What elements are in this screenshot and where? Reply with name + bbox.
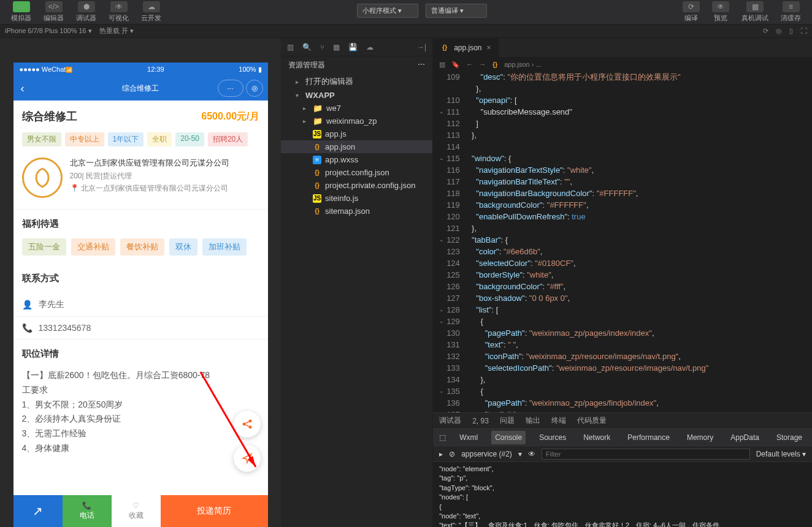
capsule-menu[interactable]: ···: [218, 80, 243, 97]
simulator-button[interactable]: ▭模拟器: [5, 0, 37, 24]
submit-resume-button[interactable]: 投递简历: [161, 495, 268, 527]
file-item[interactable]: ≡app.wxss: [281, 153, 432, 166]
files-icon[interactable]: ▥: [287, 43, 294, 51]
inspect-icon[interactable]: ⬚: [439, 433, 446, 442]
compile-button[interactable]: ⟳编译: [676, 0, 706, 24]
json-file-icon: {}: [313, 169, 321, 177]
editor-tab[interactable]: {}app.json×: [433, 38, 498, 57]
split-icon[interactable]: ▥: [439, 61, 445, 69]
debug-tab[interactable]: 调试器: [439, 415, 461, 426]
sources-tab[interactable]: Sources: [535, 431, 570, 444]
file-item[interactable]: {}project.config.json: [281, 166, 432, 179]
debug-tab[interactable]: 输出: [526, 415, 540, 426]
opened-editors-section[interactable]: ▸打开的编辑器: [281, 74, 432, 89]
main-toolbar: ▭模拟器 </>编辑器 ⬢调试器 👁可视化 ☁云开发 小程序模式 ▾ 普通编译 …: [0, 0, 812, 25]
storage-tab[interactable]: Storage: [773, 431, 806, 444]
more-icon[interactable]: ⋯: [418, 60, 425, 70]
bookmark-icon[interactable]: 🔖: [451, 61, 460, 69]
visualize-button[interactable]: 👁可视化: [102, 0, 135, 24]
layout-icon[interactable]: ▦: [333, 43, 340, 51]
forward-icon[interactable]: →: [479, 61, 486, 69]
editor-button[interactable]: </>编辑器: [37, 0, 70, 24]
wxss-file-icon: ≡: [313, 156, 321, 164]
file-item[interactable]: JSsiteinfo.js: [281, 192, 432, 205]
battery-text: 100% ▮: [239, 66, 261, 74]
cloud-icon[interactable]: ☁: [366, 43, 373, 51]
root-folder[interactable]: ▾WXAPP: [281, 89, 432, 102]
tag-item: 全职: [147, 132, 172, 146]
cloud-button[interactable]: ☁云开发: [135, 0, 167, 24]
job-detail: 【一】底薪2600！包吃包住。月综合工资6800-78 工要求 1、男女不限；2…: [13, 368, 268, 456]
search-icon[interactable]: 🔍: [302, 43, 312, 51]
branch-icon[interactable]: ⑂: [320, 43, 324, 51]
folder-item[interactable]: ▸📁we7: [281, 102, 432, 115]
collapse-icon[interactable]: →|: [417, 43, 426, 51]
wxml-tab[interactable]: Wxml: [456, 431, 481, 444]
tag-item: 20-50: [175, 132, 204, 146]
file-item[interactable]: JSapp.js: [281, 127, 432, 140]
benefit-item: 餐饮补贴: [120, 238, 164, 256]
contact-phone[interactable]: 📞13312345678: [13, 317, 268, 339]
debug-tab[interactable]: 终端: [551, 415, 566, 426]
benefit-item: 双休: [169, 238, 197, 256]
sidebar-icon[interactable]: ▸: [439, 450, 443, 458]
debug-tab[interactable]: 问题: [500, 415, 515, 426]
benefit-item: 交通补贴: [71, 238, 115, 256]
call-button[interactable]: 📞电话: [63, 495, 112, 527]
svg-point-1: [248, 420, 251, 423]
preview-button[interactable]: 👁预览: [706, 0, 735, 24]
expand-icon[interactable]: ⛶: [800, 27, 807, 35]
debug-panel: 调试器 2, 93 问题 输出 终端 代码质量 ⬚ Wxml Console S…: [433, 412, 812, 527]
clear-icon[interactable]: ⊘: [449, 450, 455, 458]
svg-line-3: [245, 422, 249, 423]
locate-float-button[interactable]: [234, 445, 261, 472]
eye-icon[interactable]: 👁: [528, 450, 535, 458]
file-item[interactable]: {}project.private.config.json: [281, 179, 432, 192]
status-time: 12:39: [147, 66, 164, 73]
json-file-icon: {}: [313, 207, 321, 216]
job-title: 综合维修工: [22, 109, 77, 124]
appdata-tab[interactable]: AppData: [727, 431, 763, 444]
hot-reload-toggle[interactable]: 热重载 开 ▾: [99, 26, 134, 36]
simulator-panel: ●●●●● WeChat📶 12:39 100% ▮ ‹ 综合维修工 ··· ◎…: [0, 38, 281, 527]
console-tab[interactable]: Console: [491, 431, 526, 444]
company-section[interactable]: 北京一点到家供应链管理有限公司元谋分公司 200| 民营|货运代理 📍 北京一点…: [13, 146, 268, 210]
debugger-button[interactable]: ⬢调试器: [70, 0, 102, 24]
file-item[interactable]: {}app.json: [281, 140, 432, 153]
svg-point-0: [242, 423, 245, 426]
contact-name: 👤李先生: [13, 293, 268, 317]
network-tab[interactable]: Network: [580, 431, 614, 444]
folder-item[interactable]: ▸📁weixinmao_zp: [281, 115, 432, 127]
compile-dropdown[interactable]: 普通编译 ▾: [426, 4, 487, 18]
job-tags: 男女不限 中专以上 1年以下 全职 20-50 招聘20人: [13, 132, 268, 146]
levels-dropdown[interactable]: Default levels ▾: [756, 450, 806, 458]
save-icon[interactable]: 💾: [348, 43, 358, 51]
device-icon[interactable]: ▯: [789, 27, 793, 35]
file-item[interactable]: {}sitemap.json: [281, 205, 432, 218]
close-icon[interactable]: ×: [487, 44, 491, 52]
back-icon[interactable]: ←: [466, 61, 473, 69]
js-file-icon: JS: [313, 194, 321, 203]
company-logo: [22, 157, 63, 198]
target-icon[interactable]: ◎: [776, 27, 782, 35]
favorite-button[interactable]: ♡收藏: [112, 495, 161, 527]
device-debug-button[interactable]: ▦真机调试: [735, 0, 775, 24]
cloud-icon: ☁: [143, 1, 160, 12]
mode-dropdown[interactable]: 小程序模式 ▾: [357, 4, 418, 18]
share-button[interactable]: ↗: [13, 495, 63, 527]
console-output[interactable]: "node": "element","tag": "p","tagType": …: [433, 462, 812, 527]
debug-tab[interactable]: 代码质量: [577, 415, 607, 426]
share-float-button[interactable]: [234, 411, 261, 438]
back-icon[interactable]: ‹: [21, 82, 25, 95]
clear-cache-button[interactable]: ≡清缓存: [775, 0, 807, 24]
context-selector[interactable]: appservice (#2): [461, 450, 512, 458]
refresh-icon[interactable]: ⟳: [763, 27, 768, 35]
code-editor[interactable]: 109110⌄111112113114⌄11511611711811912012…: [433, 71, 812, 412]
filter-input[interactable]: [542, 449, 750, 460]
json-file-icon: {}: [491, 60, 499, 69]
capsule-close[interactable]: ◎: [246, 80, 263, 97]
performance-tab[interactable]: Performance: [624, 431, 673, 444]
device-selector[interactable]: iPhone 6/7/8 Plus 100% 16 ▾: [5, 27, 92, 35]
memory-tab[interactable]: Memory: [683, 431, 717, 444]
nav-bar: ‹ 综合维修工 ··· ◎: [13, 76, 268, 100]
